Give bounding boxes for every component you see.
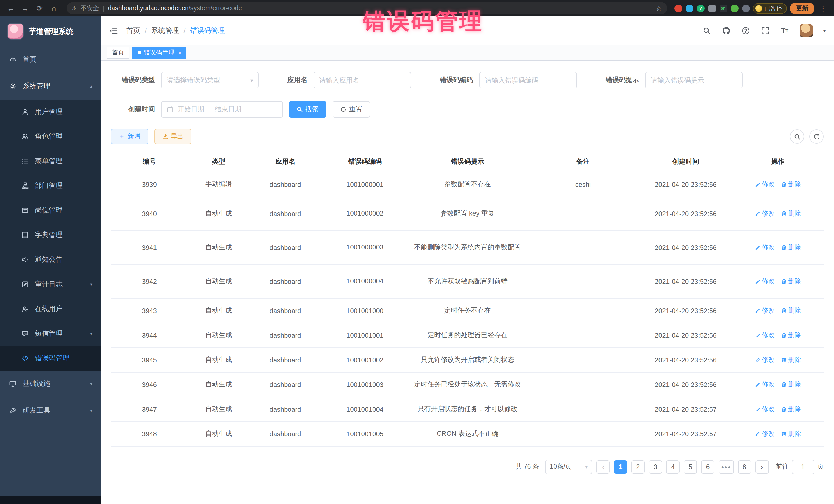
edit-link[interactable]: 修改 <box>755 429 775 438</box>
tab-error-code[interactable]: 错误码管理 × <box>132 47 186 59</box>
extension-green-v-icon[interactable]: V <box>697 4 704 12</box>
date-range-picker[interactable]: 开始日期 - 结束日期 <box>161 101 283 117</box>
export-button[interactable]: 导出 <box>154 129 191 144</box>
edit-link[interactable]: 修改 <box>755 277 775 286</box>
delete-link[interactable]: 删除 <box>781 355 801 364</box>
delete-link[interactable]: 删除 <box>781 405 801 413</box>
edit-link[interactable]: 修改 <box>755 331 775 339</box>
user-avatar[interactable] <box>799 24 813 37</box>
pager-ellipsis[interactable]: ●●● <box>719 460 734 474</box>
refresh-button[interactable] <box>809 129 824 144</box>
delete-link[interactable]: 删除 <box>781 277 801 286</box>
github-icon[interactable] <box>722 26 731 35</box>
browser-home-button[interactable]: ⌂ <box>48 3 60 14</box>
cell-actions: 修改删除 <box>732 264 824 298</box>
cell-remark: ceshi <box>527 172 639 197</box>
cell-app: dashboard <box>249 197 321 231</box>
sidebar-item-online-users[interactable]: 在线用户 <box>0 297 101 321</box>
sidebar-item-error-code-management[interactable]: 错误码管理 <box>0 346 101 371</box>
page-button-6[interactable]: 6 <box>701 460 715 474</box>
sidebar-item-dev-tools[interactable]: 研发工具▾ <box>0 397 101 424</box>
edit-link[interactable]: 修改 <box>755 243 775 252</box>
delete-link[interactable]: 删除 <box>781 429 801 438</box>
table-header: 编号类型应用名错误码编码错误码提示备注创建时间操作 <box>111 151 824 172</box>
app-logo[interactable]: 芋道管理系统 <box>0 17 101 46</box>
page-button-5[interactable]: 5 <box>684 460 697 474</box>
fullscreen-icon[interactable] <box>761 26 770 35</box>
app-name-input[interactable] <box>313 72 411 88</box>
tab-home[interactable]: 首页 <box>107 47 129 59</box>
smiley-icon <box>755 5 762 12</box>
page-button-2[interactable]: 2 <box>631 460 644 474</box>
browser-menu-icon[interactable]: ⋮ <box>817 4 829 12</box>
edit-link[interactable]: 修改 <box>755 209 775 218</box>
sidebar-item-home[interactable]: 首页 <box>0 46 101 73</box>
error-hint-input[interactable] <box>645 72 743 88</box>
sidebar-item-sms-management[interactable]: 短信管理▾ <box>0 321 101 346</box>
extension-puzzle-icon[interactable] <box>708 4 716 12</box>
cell-time: 2021-04-20 23:52:57 <box>639 421 732 446</box>
page-button-3[interactable]: 3 <box>649 460 662 474</box>
user-icon <box>21 108 30 115</box>
delete-link[interactable]: 删除 <box>781 180 801 189</box>
delete-link[interactable]: 删除 <box>781 306 801 315</box>
page-button-4[interactable]: 4 <box>666 460 680 474</box>
sidebar-item-audit-log[interactable]: 审计日志▾ <box>0 272 101 297</box>
delete-link[interactable]: 删除 <box>781 331 801 339</box>
reset-button[interactable]: 重置 <box>333 101 370 117</box>
sidebar-item-notice-announcement[interactable]: 通知公告 <box>0 247 101 272</box>
browser-reload-button[interactable]: ⟳ <box>34 3 45 14</box>
edit-link[interactable]: 修改 <box>755 380 775 389</box>
extension-paw-icon[interactable] <box>742 4 750 12</box>
sidebar-item-menu-management[interactable]: 菜单管理 <box>0 149 101 174</box>
delete-link[interactable]: 删除 <box>781 209 801 218</box>
breadcrumb-home[interactable]: 首页 <box>126 26 140 35</box>
chevron-down-icon: ▾ <box>90 408 92 413</box>
extension-blue-icon[interactable] <box>685 4 693 12</box>
page-button-1[interactable]: 1 <box>614 460 627 474</box>
show-search-button[interactable] <box>790 129 804 144</box>
edit-link[interactable]: 修改 <box>755 180 775 189</box>
breadcrumb-system[interactable]: 系统管理 <box>151 26 179 35</box>
bookmark-star-icon[interactable]: ☆ <box>656 4 662 12</box>
browser-back-button[interactable]: ← <box>5 3 17 14</box>
chevron-down-icon[interactable]: ▾ <box>823 28 826 34</box>
sidebar-item-user-management[interactable]: 用户管理 <box>0 100 101 124</box>
column-header: 类型 <box>188 151 249 172</box>
delete-link[interactable]: 删除 <box>781 380 801 389</box>
error-type-select[interactable]: 请选择错误码类型 ▾ <box>161 72 259 88</box>
cell-app: dashboard <box>249 348 321 372</box>
sidebar-item-infrastructure[interactable]: 基础设施▾ <box>0 371 101 397</box>
goto-page-input[interactable] <box>792 460 814 474</box>
sidebar-item-post-management[interactable]: 岗位管理 <box>0 198 101 223</box>
hamburger-icon[interactable] <box>109 25 119 36</box>
page-size-select[interactable]: 10条/页 ▾ <box>545 460 592 474</box>
page-button-8[interactable]: 8 <box>738 460 751 474</box>
extension-leaf-icon[interactable] <box>730 4 738 12</box>
paused-badge[interactable]: 已暂停 <box>753 3 787 14</box>
edit-link[interactable]: 修改 <box>755 405 775 413</box>
top-navbar: 首页 / 系统管理 / 错误码管理 <box>101 17 834 45</box>
next-page-button[interactable]: › <box>755 460 769 474</box>
error-code-input[interactable] <box>479 72 577 88</box>
close-icon[interactable]: × <box>178 49 181 56</box>
edit-link[interactable]: 修改 <box>755 355 775 364</box>
browser-update-button[interactable]: 更新 <box>790 2 814 14</box>
sidebar-item-role-management[interactable]: 角色管理 <box>0 124 101 149</box>
extension-on-icon[interactable]: on <box>719 4 727 12</box>
browser-forward-button[interactable]: → <box>20 3 31 14</box>
add-button[interactable]: ＋ 新增 <box>111 129 148 144</box>
search-button[interactable]: 搜索 <box>289 101 326 117</box>
prev-page-button[interactable]: ‹ <box>596 460 610 474</box>
search-icon[interactable] <box>702 26 711 35</box>
sidebar-item-dict-management[interactable]: 字典管理 <box>0 223 101 247</box>
edit-link[interactable]: 修改 <box>755 306 775 315</box>
sidebar-item-system-management[interactable]: 系统管理▴ <box>0 73 101 100</box>
error-code-icon <box>21 355 30 362</box>
sidebar-item-dept-management[interactable]: 部门管理 <box>0 174 101 198</box>
help-icon[interactable] <box>741 26 750 35</box>
extension-red-icon[interactable] <box>674 4 682 12</box>
font-size-icon[interactable]: TT <box>780 26 789 35</box>
address-bar[interactable]: ⚠ 不安全 | dashboard.yudao.iocoder.cn/syste… <box>67 2 667 14</box>
delete-link[interactable]: 删除 <box>781 243 801 252</box>
